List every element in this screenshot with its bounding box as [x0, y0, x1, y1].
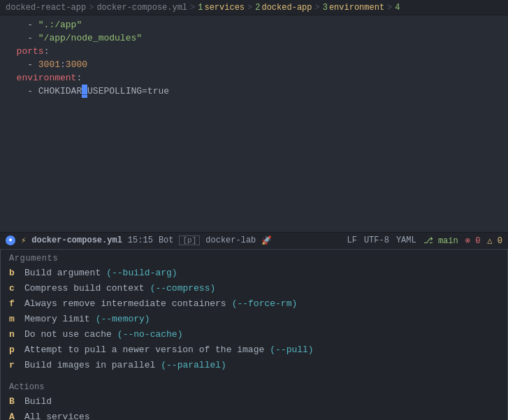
ac-key-m: m [9, 314, 19, 324]
autocomplete-divider [1, 372, 507, 378]
breadcrumb-num-3: 3 [323, 3, 328, 13]
status-docker-lab: docker-lab [205, 236, 256, 245]
ac-item-b[interactable]: b Build argument (--build-arg) [1, 265, 507, 280]
ac-hint-c: (--compress) [150, 283, 216, 294]
ac-label-r: Build images in parallel [24, 360, 155, 370]
status-lf: LF [347, 236, 356, 245]
breadcrumb-sep-5: > [387, 3, 392, 13]
ac-label-n: Do not use cache [24, 329, 112, 340]
ac-item-m[interactable]: m Memory limit (--memory) [1, 311, 507, 326]
breadcrumb-num-2: 2 [255, 3, 260, 13]
breadcrumb-sep-1: > [89, 3, 94, 13]
ac-label-c: Compress build context [24, 283, 145, 294]
status-circle-icon: ● [6, 236, 15, 245]
ac-key-c: c [9, 283, 19, 294]
ac-label-B: Build [24, 396, 52, 407]
ac-item-p[interactable]: p Attempt to pull a newer version of the… [1, 342, 507, 357]
ac-action-B[interactable]: B Build [1, 393, 507, 409]
breadcrumb-services: services [204, 3, 245, 13]
breadcrumb-docked-app: docked-app [261, 3, 312, 13]
code-line-1: - ".:/app" [0, 18, 508, 31]
breadcrumb-environment: environment [329, 3, 384, 13]
breadcrumb-sep-4: > [314, 3, 319, 13]
status-warn: △ 0 [487, 236, 502, 246]
ac-key-A: A [9, 412, 19, 421]
ac-item-f[interactable]: f Always remove intermediate containers … [1, 296, 507, 311]
code-line-5: environment: [0, 71, 508, 85]
ac-label-b: Build argument [24, 268, 101, 278]
ac-item-r[interactable]: r Build images in parallel (--parallel) [1, 357, 507, 372]
ac-label-A: All services [24, 412, 90, 421]
ac-hint-n: (--no-cache) [117, 329, 183, 340]
breadcrumb-sep-3: > [247, 3, 252, 13]
editor-area[interactable]: - ".:/app" - "/app/node_modules" ports: … [0, 15, 508, 232]
autocomplete-section1-header: Arguments [1, 252, 507, 265]
status-box-p: [p] [179, 236, 200, 245]
ac-hint-b: (--build-arg) [106, 268, 177, 278]
code-line-3: ports: [0, 45, 508, 58]
ac-hint-f: (--force-rm) [232, 298, 298, 309]
autocomplete-section2-header: Actions [1, 381, 507, 393]
status-time: 15:15 [128, 236, 153, 245]
autocomplete-panel: Arguments b Build argument (--build-arg)… [0, 249, 508, 420]
code-line-6: - CHOKIDAR_USEPOLLING=true [0, 85, 508, 98]
status-filename: docker-compose.yml [31, 236, 122, 245]
code-line-4: - 3001:3000 [0, 58, 508, 71]
ac-key-B: B [9, 396, 19, 407]
breadcrumb-project: docked-react-app [6, 3, 86, 13]
status-bot: Bot [159, 236, 174, 245]
ac-key-n: n [9, 329, 19, 340]
ac-label-m: Memory limit [24, 314, 90, 324]
status-rocket-icon: 🚀 [261, 236, 272, 246]
breadcrumb-sep-2: > [190, 3, 195, 13]
status-error: ⊗ 0 [465, 236, 481, 246]
status-lang: YAML [396, 236, 416, 245]
status-bar: ● ⚡ docker-compose.yml 15:15 Bot [p] doc… [0, 232, 508, 249]
status-right: LF UTF-8 YAML ⎇ main ⊗ 0 △ 0 [347, 236, 502, 246]
breadcrumb-num-4: 4 [395, 3, 400, 13]
status-encoding: UTF-8 [364, 236, 389, 245]
breadcrumb-num-1: 1 [198, 3, 203, 13]
ac-key-p: p [9, 345, 19, 355]
code-line-2: - "/app/node_modules" [0, 31, 508, 45]
ac-item-c[interactable]: c Compress build context (--compress) [1, 280, 507, 296]
status-file-icon: ⚡ [21, 236, 26, 246]
ac-key-b: b [9, 268, 19, 278]
ac-label-f: Always remove intermediate containers [24, 298, 226, 309]
ac-action-A[interactable]: A All services [1, 409, 507, 420]
ac-label-p: Attempt to pull a newer version of the i… [24, 345, 264, 355]
status-branch: ⎇ main [423, 236, 458, 246]
ac-key-f: f [9, 298, 19, 309]
breadcrumb-bar: docked-react-app > docker-compose.yml > … [0, 0, 508, 15]
ac-hint-r: (--parallel) [161, 360, 226, 370]
breadcrumb-file: docker-compose.yml [96, 3, 187, 13]
ac-key-r: r [9, 360, 19, 370]
status-left: ● ⚡ docker-compose.yml 15:15 Bot [p] doc… [6, 236, 338, 246]
ac-hint-p: (--pull) [270, 345, 313, 355]
ac-item-n[interactable]: n Do not use cache (--no-cache) [1, 326, 507, 342]
ac-hint-m: (--memory) [96, 314, 150, 324]
